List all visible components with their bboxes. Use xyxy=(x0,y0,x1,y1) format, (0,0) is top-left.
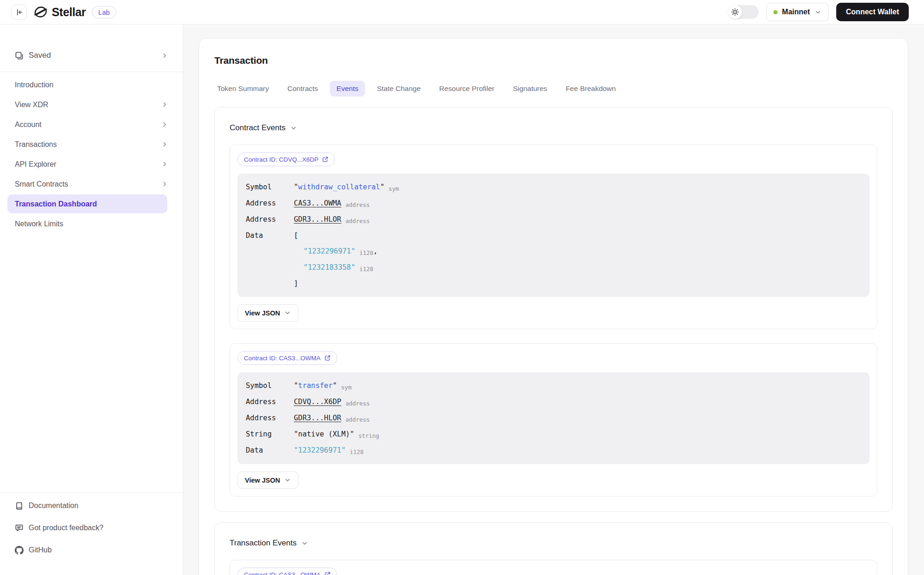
view-json-button[interactable]: View JSON xyxy=(237,304,298,321)
contract-id-badge[interactable]: Contract ID: CAS3...OWMA xyxy=(237,351,337,365)
external-link-icon xyxy=(324,571,331,575)
header-actions: Mainnet Connect Wallet xyxy=(728,3,909,21)
theme-toggle[interactable] xyxy=(728,5,759,19)
address-link[interactable]: GDR3...HLOR xyxy=(294,414,341,422)
sidebar-item-account[interactable]: Account xyxy=(0,115,183,134)
transaction-tabs: Token SummaryContractsEventsState Change… xyxy=(211,81,893,97)
event-field-key: Symbol xyxy=(246,179,294,195)
event-card: Contract ID: CDVQ...X6DPSymbol"withdraw_… xyxy=(230,145,877,329)
value-segment: "1232183358" xyxy=(304,263,355,272)
chevron-down-icon[interactable] xyxy=(290,125,297,132)
app-header: Stellar Lab Mainnet Connect Wallet xyxy=(0,0,924,24)
event-field-row: AddressGDR3...HLORaddress xyxy=(246,212,861,228)
stellar-logo[interactable]: Stellar xyxy=(33,4,86,20)
event-field-value: CDVQ...X6DPaddress xyxy=(294,394,861,410)
event-field-key: String xyxy=(246,426,294,442)
event-values-block: Symbol"withdraw_collateral"symAddressCAS… xyxy=(237,174,869,297)
tab-events[interactable]: Events xyxy=(330,81,365,97)
section-header: Transaction Events xyxy=(230,539,877,548)
sidebar-nav: IntroductionView XDRAccountTransactionsA… xyxy=(0,75,183,234)
stellar-logo-icon xyxy=(33,4,49,20)
contract-id-badge[interactable]: Contract ID: CDVQ...X6DP xyxy=(237,152,335,166)
event-field-value: "withdraw_collateral"sym xyxy=(294,179,861,195)
lab-badge: Lab xyxy=(92,6,116,18)
external-link-icon xyxy=(322,156,328,163)
sidebar-item-label: Introduction xyxy=(15,81,54,89)
event-field-row: AddressGDR3...HLORaddress xyxy=(246,410,861,426)
comma: , xyxy=(373,247,377,255)
chevron-down-icon[interactable] xyxy=(301,540,308,547)
value-type-label: i128 xyxy=(350,448,364,455)
sidebar-item-smart-contracts[interactable]: Smart Contracts xyxy=(0,174,183,194)
sidebar-footer-label: Got product feedback? xyxy=(29,524,103,532)
sidebar-footer-label: Documentation xyxy=(29,502,79,510)
chevron-right-icon xyxy=(161,141,168,148)
event-field-row: Symbol"withdraw_collateral"sym xyxy=(246,179,861,195)
tab-contracts[interactable]: Contracts xyxy=(281,81,324,97)
value-segment: withdraw_collateral xyxy=(298,183,380,191)
event-field-value: CAS3...OWMAaddress xyxy=(294,195,861,212)
array-item: "1232183358"i128 xyxy=(294,260,861,276)
value-type-label: i128 xyxy=(359,266,373,272)
event-field-value: GDR3...HLORaddress xyxy=(294,212,861,228)
sidebar-item-label: Transactions xyxy=(15,140,57,149)
view-json-button[interactable]: View JSON xyxy=(237,472,298,489)
collapse-sidebar-icon xyxy=(15,8,23,16)
network-status-dot xyxy=(773,10,778,14)
value-segment: "1232296971" xyxy=(304,247,355,255)
page-title: Transaction xyxy=(214,55,893,66)
value-segment: " xyxy=(294,381,298,390)
network-select[interactable]: Mainnet xyxy=(766,3,829,21)
tab-token-summary[interactable]: Token Summary xyxy=(211,81,275,97)
tab-resource-profiler[interactable]: Resource Profiler xyxy=(433,81,501,97)
event-sections: Contract EventsContract ID: CDVQ...X6DPS… xyxy=(214,107,893,575)
sidebar-footer-item-github[interactable]: GitHub xyxy=(0,539,183,561)
sidebar-divider xyxy=(0,72,183,72)
chevron-down-icon xyxy=(284,477,291,484)
sidebar-item-transactions[interactable]: Transactions xyxy=(0,134,183,154)
theme-toggle-knob xyxy=(728,5,742,19)
sidebar-item-transaction-dashboard[interactable]: Transaction Dashboard xyxy=(7,194,167,213)
event-field-key: Address xyxy=(246,410,294,426)
contract-id-label: Contract ID: CAS3...OWMA xyxy=(244,355,321,362)
sidebar-item-label: View XDR xyxy=(15,101,49,109)
value-segment: " xyxy=(333,381,337,390)
value-segment: " xyxy=(294,183,298,191)
address-link[interactable]: GDR3...HLOR xyxy=(294,215,341,224)
tab-fee-breakdown[interactable]: Fee Breakdown xyxy=(559,81,622,97)
array-open-bracket: [ xyxy=(294,228,861,243)
address-link[interactable]: CDVQ...X6DP xyxy=(294,398,341,406)
sidebar-item-api-explorer[interactable]: API Explorer xyxy=(0,154,183,174)
sidebar-item-view-xdr[interactable]: View XDR xyxy=(0,95,183,115)
sidebar-footer-label: GitHub xyxy=(29,546,52,554)
sidebar-item-label: API Explorer xyxy=(15,160,56,169)
tab-signatures[interactable]: Signatures xyxy=(506,81,553,97)
sidebar-item-network-limits[interactable]: Network Limits xyxy=(0,214,183,234)
sidebar-footer-item-documentation[interactable]: Documentation xyxy=(0,495,183,517)
event-field-key: Address xyxy=(246,394,294,410)
event-field-key: Address xyxy=(246,195,294,212)
chevron-down-icon xyxy=(815,9,821,16)
sidebar-footer-item-got-product-feedback[interactable]: Got product feedback? xyxy=(0,517,183,539)
event-field-value: ["1232296971"i128,"1232183358"i128] xyxy=(294,228,861,291)
transaction-panel: Transaction Token SummaryContractsEvents… xyxy=(199,38,908,575)
sidebar-footer: DocumentationGot product feedback?GitHub xyxy=(0,492,183,561)
sidebar-item-label: Transaction Dashboard xyxy=(15,200,97,208)
event-field-value: "transfer"sym xyxy=(294,378,861,394)
sidebar-item-saved[interactable]: Saved xyxy=(0,44,183,67)
section-title: Transaction Events xyxy=(230,539,297,548)
event-field-key: Data xyxy=(246,442,294,459)
chevron-down-icon xyxy=(284,309,291,316)
address-link[interactable]: CAS3...OWMA xyxy=(294,199,341,207)
contract-id-label: Contract ID: CAS3...OWMA xyxy=(244,571,321,575)
value-type-label: address xyxy=(346,201,370,208)
connect-wallet-button[interactable]: Connect Wallet xyxy=(836,3,909,21)
event-field-row: AddressCAS3...OWMAaddress xyxy=(246,195,861,212)
contract-id-badge[interactable]: Contract ID: CAS3...OWMA xyxy=(237,568,337,575)
value-segment: transfer xyxy=(298,381,333,390)
tab-state-change[interactable]: State Change xyxy=(371,81,427,97)
collapse-sidebar-button[interactable] xyxy=(12,5,27,20)
sidebar-item-introduction[interactable]: Introduction xyxy=(0,75,183,95)
view-json-label: View JSON xyxy=(245,309,280,317)
sidebar-item-label: Network Limits xyxy=(15,220,63,228)
